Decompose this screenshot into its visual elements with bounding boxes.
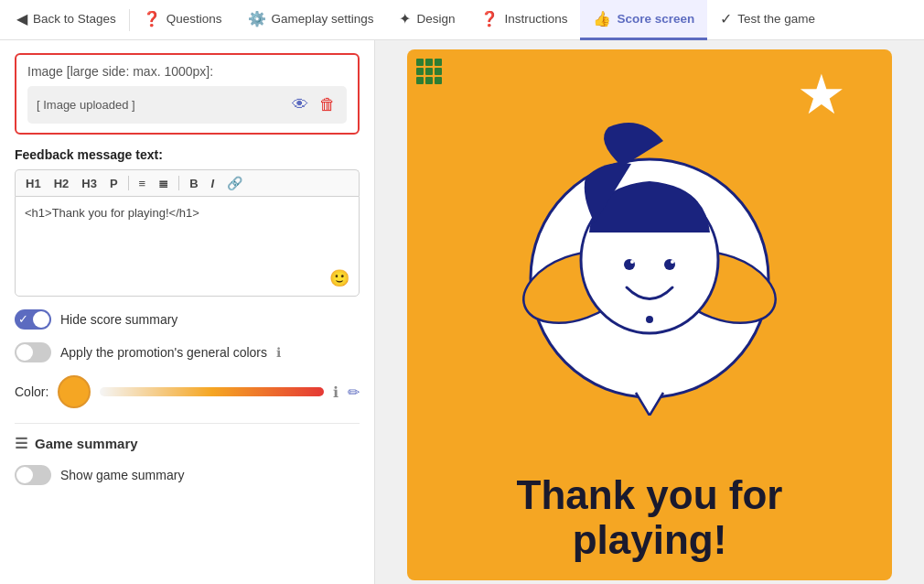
hide-score-label: Hide score summary [60, 312, 177, 327]
text-toolbar: H1 H2 H3 P ≡ ≣ B I 🔗 [15, 169, 360, 196]
nav-score-label: Score screen [617, 12, 694, 26]
toolbar-link[interactable]: 🔗 [222, 174, 247, 192]
color-row: Color: ℹ ✏ [15, 375, 360, 408]
section-divider [15, 423, 360, 424]
toolbar-h2[interactable]: H2 [49, 175, 74, 192]
design-icon: ✦ [399, 10, 411, 27]
right-panel: ★ [375, 40, 924, 584]
nav-score[interactable]: 👍 Score screen [580, 0, 707, 40]
questions-icon: ❓ [143, 10, 161, 27]
feedback-section: Feedback message text: H1 H2 H3 P ≡ ≣ B … [15, 147, 360, 297]
nav-instructions[interactable]: ❓ Instructions [467, 0, 580, 40]
toolbar-h3[interactable]: H3 [77, 175, 102, 192]
star-decoration: ★ [797, 68, 846, 123]
image-field: [ Image uploaded ] 👁 🗑 [27, 86, 347, 124]
toolbar-h1[interactable]: H1 [21, 175, 46, 192]
game-summary-label: Game summary [35, 436, 138, 451]
thankyou-line1: Thank you for [517, 473, 783, 517]
feedback-text-area[interactable]: <h1>Thank you for playing!</h1> 🙂 [15, 196, 360, 297]
nav-back-label: Back to Stages [33, 12, 116, 26]
image-section: Image [large side: max. 1000px]: [ Image… [15, 53, 360, 135]
thankyou-line2: playing! [517, 518, 783, 562]
show-game-summary-toggle[interactable] [15, 465, 51, 485]
image-actions: 👁 🗑 [290, 93, 338, 116]
nav-questions[interactable]: ❓ Questions [130, 0, 235, 40]
hide-score-row: ✓ Hide score summary [15, 309, 360, 330]
image-delete-button[interactable]: 🗑 [317, 93, 338, 116]
toolbar-ol[interactable]: ≣ [154, 175, 173, 192]
apply-colors-knob [16, 344, 33, 361]
image-uploaded-text: [ Image uploaded ] [37, 98, 135, 112]
image-constraint-text: [large side: max. 1000px]: [67, 64, 213, 79]
score-icon: 👍 [593, 10, 611, 27]
test-icon: ✓ [720, 10, 732, 27]
nav-design-label: Design [416, 12, 455, 26]
apply-colors-row: Apply the promotion's general colors ℹ [15, 342, 360, 362]
check-icon: ✓ [18, 312, 28, 326]
instructions-icon: ❓ [480, 10, 499, 27]
svg-point-7 [630, 260, 634, 264]
grid-icon [416, 59, 442, 84]
nav-gameplay-label: Gameplay settings [272, 12, 374, 26]
nav-test-label: Test the game [737, 12, 815, 26]
nav-gameplay[interactable]: ⚙️ Gameplay settings [235, 0, 387, 40]
toolbar-italic[interactable]: I [207, 175, 220, 192]
toolbar-p[interactable]: P [105, 175, 123, 192]
left-panel: Image [large side: max. 1000px]: [ Image… [0, 40, 375, 584]
color-swatch[interactable] [58, 375, 91, 408]
show-game-summary-row: Show game summary [15, 465, 360, 485]
back-icon: ◀ [16, 10, 27, 27]
toolbar-sep-2 [178, 176, 179, 190]
show-game-summary-knob [16, 467, 33, 483]
thankyou-text: Thank you for playing! [489, 473, 811, 562]
color-bar[interactable] [100, 387, 324, 396]
hide-score-toggle[interactable]: ✓ [15, 309, 51, 330]
toolbar-bold[interactable]: B [185, 175, 202, 192]
character-illustration [503, 104, 796, 416]
nav-back[interactable]: ◀ Back to Stages [4, 0, 129, 40]
game-summary-section: ☰ Game summary [15, 435, 360, 452]
apply-colors-toggle[interactable] [15, 342, 51, 362]
game-summary-icon: ☰ [15, 435, 27, 452]
color-label: Color: [15, 384, 48, 399]
nav-questions-label: Questions [167, 12, 222, 26]
image-preview-button[interactable]: 👁 [290, 93, 310, 116]
top-navigation: ◀ Back to Stages ❓ Questions ⚙️ Gameplay… [0, 0, 924, 40]
feedback-label: Feedback message text: [15, 147, 360, 162]
image-label-text: Image [27, 64, 63, 79]
gameplay-icon: ⚙️ [248, 10, 266, 27]
hide-score-knob [33, 311, 49, 328]
emoji-button[interactable]: 🙂 [329, 268, 349, 288]
apply-colors-info-icon[interactable]: ℹ [276, 345, 281, 360]
apply-colors-label: Apply the promotion's general colors [60, 345, 267, 360]
color-edit-icon[interactable]: ✏ [348, 384, 360, 401]
feedback-content: <h1>Thank you for playing!</h1> [25, 206, 199, 220]
nav-design[interactable]: ✦ Design [386, 0, 467, 40]
color-info-icon[interactable]: ℹ [333, 384, 338, 401]
svg-point-8 [671, 260, 674, 264]
show-game-summary-label: Show game summary [60, 468, 184, 482]
nav-test[interactable]: ✓ Test the game [707, 0, 828, 40]
preview-card: ★ [407, 49, 892, 580]
toolbar-sep-1 [128, 176, 129, 190]
nav-instructions-label: Instructions [504, 12, 567, 26]
toolbar-ul[interactable]: ≡ [134, 175, 151, 192]
character-svg [503, 104, 796, 416]
svg-point-9 [646, 316, 653, 323]
image-label: Image [large side: max. 1000px]: [27, 64, 347, 79]
main-layout: Image [large side: max. 1000px]: [ Image… [0, 40, 924, 584]
